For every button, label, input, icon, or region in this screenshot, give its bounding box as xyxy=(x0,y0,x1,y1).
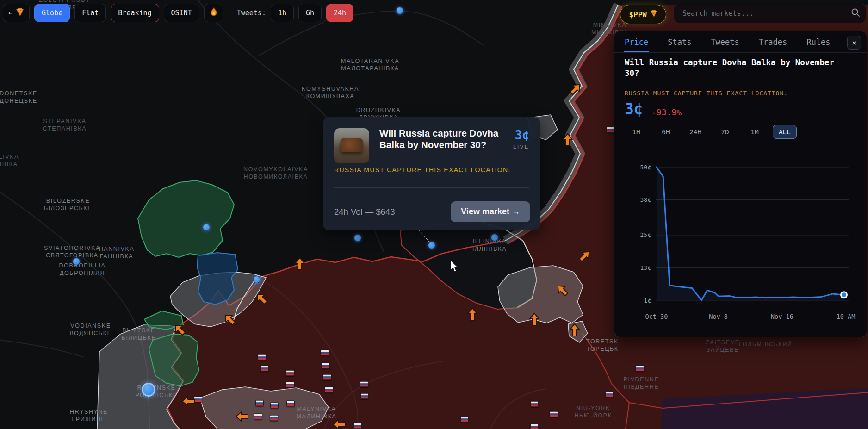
map-label: DONETSKEДОНЕЦЬКЕ xyxy=(0,90,37,105)
advance-arrow-icon xyxy=(332,419,346,429)
chart-xtick-label: Nov 16 xyxy=(771,313,794,320)
activity-dot[interactable] xyxy=(73,258,80,265)
magnifier-icon xyxy=(851,8,860,19)
range-all[interactable]: ALL xyxy=(773,125,797,139)
russian-flag-marker xyxy=(270,415,278,421)
panel-price-change: -93.9% xyxy=(651,107,682,117)
map-label: NOVOMYKOLAIVKAНОВОМИКОЛАЇВКА xyxy=(243,166,308,181)
back-arrow-icon: ← xyxy=(8,9,12,17)
range-1m[interactable]: 1M xyxy=(743,125,766,138)
range-1h[interactable]: 1H xyxy=(625,125,648,138)
russian-flag-marker xyxy=(605,392,614,398)
activity-dot[interactable] xyxy=(354,234,361,242)
map-label: NIU-YORKНЬЮ-ЙОРК xyxy=(574,404,612,420)
map-label: SVIATOHORIVKAСВЯТОГОРІВКА xyxy=(44,244,100,260)
chart-ytick-label: 25¢ xyxy=(640,231,651,238)
map-label: HRYSHYNEГРИШИНЕ xyxy=(70,408,108,423)
chart-ytick-label: 50¢ xyxy=(640,164,651,171)
russian-flag-marker xyxy=(286,382,294,388)
russian-flag-marker xyxy=(530,424,539,429)
range-24h[interactable]: 24H xyxy=(684,125,707,138)
tab-rules[interactable]: Rules xyxy=(806,31,830,52)
fire-filter-button[interactable] xyxy=(204,4,223,22)
russian-flag-marker xyxy=(270,403,279,409)
view-button-breaking[interactable]: Breaking xyxy=(111,4,159,22)
russian-flag-marker xyxy=(286,370,294,376)
map-label: VODIANSKEВОДЯНСЬКЕ xyxy=(69,322,112,337)
tab-tweets[interactable]: Tweets xyxy=(711,31,739,52)
activity-dot[interactable] xyxy=(396,7,403,14)
map-label: MALYNIVKAМАЛИНІВКА xyxy=(296,405,336,421)
toolbar: ← GlobeFlatBreakingOSINT Tweets: 1h6h24h xyxy=(3,4,353,22)
map-label: ILLINIVKAІЛЛІНІВКА xyxy=(472,238,507,253)
pizza-slice-icon xyxy=(650,10,657,19)
chart-ytick-label: 38¢ xyxy=(640,196,651,203)
view-mode-buttons: GlobeFlatBreakingOSINT xyxy=(34,4,199,22)
back-button[interactable]: ← xyxy=(3,4,30,22)
view-button-globe[interactable]: Globe xyxy=(34,4,70,22)
view-button-osint[interactable]: OSINT xyxy=(164,4,199,22)
market-title: Will Russia capture Dovha Balka by Novem… xyxy=(379,127,508,150)
activity-dot[interactable] xyxy=(491,234,498,241)
chart-range-buttons: 1H6H24H7D1MALL xyxy=(625,125,797,139)
range-6h[interactable]: 6H xyxy=(654,125,677,138)
close-icon[interactable]: × xyxy=(847,36,861,50)
russian-flag-marker xyxy=(360,381,368,387)
russian-flag-marker xyxy=(360,393,369,399)
russian-flag-marker xyxy=(321,350,329,356)
activity-dot[interactable] xyxy=(253,276,260,283)
advance-arrow-icon xyxy=(562,133,573,147)
advance-arrow-icon xyxy=(467,307,478,321)
map-label: HANNIVKAГАННІВКА xyxy=(99,245,135,261)
ticker-label: $PPW xyxy=(629,10,647,19)
activity-dot[interactable] xyxy=(203,224,210,231)
russian-flag-marker xyxy=(286,401,295,407)
chart-xtick-label: Nov 8 xyxy=(709,313,728,320)
chart-area-fill xyxy=(657,167,844,300)
map-label: ГОЛЬМІВСЬКИЙ xyxy=(739,341,792,348)
chart-price-line xyxy=(657,167,844,300)
fire-icon xyxy=(210,7,218,19)
view-market-button[interactable]: View market → xyxy=(451,201,530,222)
russian-flag-marker xyxy=(260,366,269,372)
panel-price: 3¢ xyxy=(625,100,643,118)
tweets-label: Tweets: xyxy=(237,9,266,17)
panel-rules-summary: RUSSIA MUST CAPTURE THIS EXACT LOCATION. xyxy=(625,90,788,97)
mouse-cursor xyxy=(449,261,459,274)
russian-flag-marker xyxy=(323,374,331,380)
activity-dot[interactable] xyxy=(428,242,435,249)
advance-arrow-icon xyxy=(181,396,195,407)
map-label: ZAITSEVEЗАЙЦЕВЕ xyxy=(706,339,739,354)
market-thumbnail xyxy=(334,128,369,163)
tab-stats[interactable]: Stats xyxy=(668,31,691,52)
market-volume: 24h Vol — $643 xyxy=(334,207,395,217)
time-filter-24h[interactable]: 24h xyxy=(326,4,353,22)
activity-dot[interactable] xyxy=(142,383,155,397)
time-filter-6h[interactable]: 6h xyxy=(298,4,322,22)
map-label: DOBROPILLIAДОБРОПІЛЛЯ xyxy=(59,262,106,277)
market-popup-card[interactable]: Will Russia capture Dovha Balka by Novem… xyxy=(323,117,540,230)
popup-divider xyxy=(334,187,529,188)
russian-flag-marker xyxy=(322,363,330,369)
chart-last-point-marker xyxy=(841,292,847,298)
market-rules-summary: RUSSIA MUST CAPTURE THIS EXACT LOCATION. xyxy=(334,166,511,174)
time-filter-1h[interactable]: 1h xyxy=(271,4,294,22)
map-label: MALOTARANIVKAМАЛОТАРАНІВКА xyxy=(341,57,399,73)
advance-arrow-icon xyxy=(294,257,305,271)
advance-arrow-icon xyxy=(569,323,580,337)
toolbar-divider xyxy=(230,7,230,19)
search-input[interactable] xyxy=(682,9,851,18)
russian-flag-marker xyxy=(460,417,469,423)
russian-flag-marker xyxy=(636,366,644,372)
ticker-button[interactable]: $PPW xyxy=(620,5,666,24)
market-price: 3¢ xyxy=(515,128,529,142)
live-badge: LIVE xyxy=(513,144,529,149)
view-button-flat[interactable]: Flat xyxy=(74,4,106,22)
tab-trades[interactable]: Trades xyxy=(759,31,787,52)
map-label: BILOZERSKEБІЛОЗЕРСЬКЕ xyxy=(44,197,92,212)
chart-ytick-label: 13¢ xyxy=(640,264,651,271)
range-7d[interactable]: 7D xyxy=(713,125,737,138)
panel-tabs: PriceStatsTweetsTradesRules xyxy=(614,31,867,53)
tab-price[interactable]: Price xyxy=(625,31,648,52)
tweet-time-filters: 1h6h24h xyxy=(271,4,353,22)
